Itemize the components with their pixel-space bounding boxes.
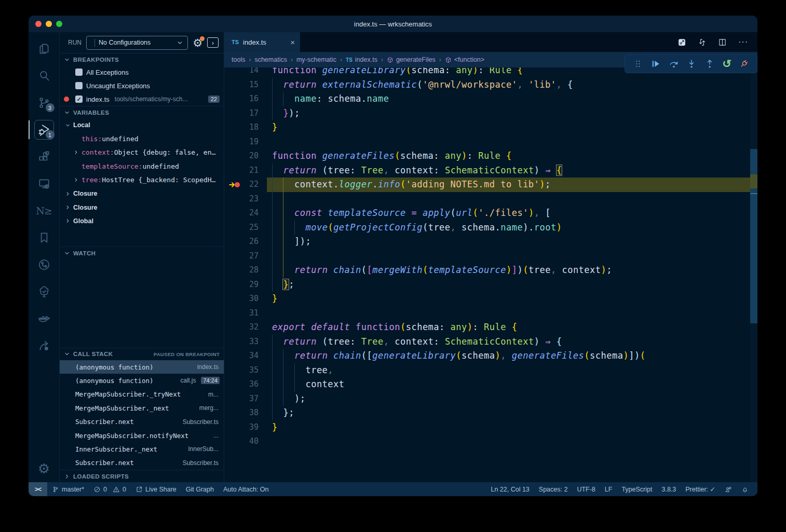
code-editor[interactable]: 14function generateLibrary(schema: any):… (224, 67, 757, 482)
chevron-right-icon[interactable] (73, 149, 79, 155)
breakpoint-row[interactable]: All Exceptions (60, 65, 224, 79)
breakpoint-checkbox[interactable]: ✓ (75, 96, 83, 103)
status-git-graph[interactable]: Git Graph (181, 482, 219, 496)
editor-scrollbar[interactable] (750, 67, 757, 482)
code-line[interactable]: 39} (224, 420, 750, 435)
code-line[interactable]: 36 context (224, 377, 750, 392)
chevron-down-icon[interactable] (65, 122, 71, 128)
call-stack-frame[interactable]: (anonymous function)call.js74:24 (60, 374, 224, 387)
status-cursor-position[interactable]: Ln 22, Col 13 (486, 486, 534, 493)
code-line[interactable]: 19 (224, 135, 750, 149)
code-line[interactable]: 25 move(getProjectConfig(tree, schema.na… (224, 221, 750, 235)
status-encoding[interactable]: UTF-8 (572, 486, 600, 493)
variable-row[interactable]: this: undefined (60, 132, 224, 145)
breakpoints-section-header[interactable]: BREAKPOINTS (60, 53, 224, 65)
code-line[interactable]: 15 return externalSchematic('@nrwl/works… (224, 78, 750, 92)
split-editor-icon[interactable] (718, 38, 727, 47)
chevron-right-icon[interactable] (65, 218, 71, 224)
continue-icon[interactable] (651, 59, 661, 69)
activity-bar-item-source-control[interactable]: 3 (29, 89, 60, 116)
code-line[interactable]: 18} (224, 120, 750, 135)
configure-gear-button[interactable]: ⚙ (193, 37, 202, 48)
breakpoint-row[interactable]: Uncaught Exceptions (60, 79, 224, 92)
activity-bar-item-nx-console[interactable]: N≥ (29, 197, 60, 224)
code-line[interactable]: 38 }; (224, 406, 750, 420)
call-stack-frame[interactable]: Subscriber.nextSubscriber.ts (60, 456, 224, 470)
status-feedback[interactable] (720, 486, 737, 493)
variable-row[interactable]: tree: HostTree {_backend: ScopedH… (60, 173, 224, 187)
status-live-share[interactable]: Live Share (131, 482, 181, 496)
activity-bar-item-remote-explorer[interactable] (29, 170, 60, 197)
activity-bar-item-manage[interactable]: ⚙ (29, 455, 60, 482)
code-line[interactable]: 17 }); (224, 106, 750, 121)
variable-row[interactable]: templateSource: undefined (60, 159, 224, 173)
code-line[interactable]: 35 tree, (224, 363, 750, 378)
open-changes-icon[interactable] (677, 38, 686, 47)
breadcrumb-item[interactable]: <function> (445, 56, 484, 63)
remote-indicator[interactable]: >< (29, 482, 47, 496)
more-actions-icon[interactable]: ··· (738, 37, 748, 47)
variables-section-header[interactable]: VARIABLES (60, 106, 224, 118)
tab-index-ts[interactable]: TS index.ts × (224, 32, 300, 52)
chevron-right-icon[interactable] (65, 191, 71, 197)
activity-bar-item-extensions[interactable] (29, 143, 60, 170)
breadcrumb-item[interactable]: TSindex.ts (346, 56, 377, 63)
step-into-icon[interactable] (686, 59, 697, 69)
step-out-icon[interactable] (704, 59, 715, 69)
variables-scope-row[interactable]: Local (60, 118, 224, 132)
activity-bar-item-live-share[interactable] (29, 332, 60, 359)
step-over-icon[interactable] (669, 59, 679, 69)
breakpoint-row[interactable]: ✓index.tstools/schematics/my-sch...22 (60, 92, 224, 106)
breadcrumb-item[interactable]: generateFiles (387, 56, 436, 63)
call-stack-section-header[interactable]: CALL STACK PAUSED ON BREAKPOINT (60, 348, 224, 360)
status-indentation[interactable]: Spaces: 2 (534, 486, 573, 493)
variable-row[interactable]: context: Object {debug: false, en… (60, 146, 224, 159)
restart-icon[interactable]: ↺ (722, 58, 731, 69)
breadcrumb-item[interactable]: schematics (254, 56, 287, 63)
activity-bar-item-todo-tree[interactable] (29, 278, 60, 305)
code-line[interactable]: 27 (224, 249, 750, 264)
code-line[interactable]: 40 (224, 434, 750, 449)
variables-scope-row[interactable]: Closure (60, 187, 224, 200)
chevron-right-icon[interactable] (73, 177, 79, 183)
disconnect-icon[interactable] (739, 59, 749, 69)
compare-changes-icon[interactable] (698, 38, 707, 47)
code-line[interactable]: 20function generateFiles(schema: any): R… (224, 149, 750, 163)
grip-icon[interactable] (633, 59, 643, 69)
chevron-right-icon[interactable] (65, 204, 71, 210)
code-line[interactable]: 32export default function(schema: any): … (224, 320, 750, 335)
watch-section-header[interactable]: WATCH (60, 247, 224, 259)
code-line[interactable]: 34 return chain([generateLibrary(schema)… (224, 349, 750, 363)
activity-bar-item-docker[interactable] (29, 305, 60, 332)
activity-bar-item-explorer[interactable] (29, 35, 60, 62)
status-ts-version[interactable]: 3.8.3 (657, 486, 681, 493)
status-notifications[interactable] (737, 486, 753, 493)
status-eol[interactable]: LF (600, 486, 617, 493)
call-stack-frame[interactable]: InnerSubscriber._nextInnerSub... (60, 442, 224, 456)
status-git-branch[interactable]: master* (47, 482, 89, 496)
code-line[interactable]: 28 return chain([mergeWith(templateSourc… (224, 263, 750, 278)
breadcrumb-item[interactable]: my-schematic (296, 56, 336, 63)
code-line[interactable]: 22 context.logger.info('adding NOTES.md … (224, 178, 750, 192)
activity-bar-item-bookmarks[interactable] (29, 224, 60, 251)
call-stack-frame[interactable]: MergeMapSubscriber.notifyNext... (60, 429, 224, 442)
variables-scope-row[interactable]: Closure (60, 200, 224, 214)
call-stack-frame[interactable]: (anonymous function)index.ts (60, 360, 224, 374)
status-auto-attach[interactable]: Auto Attach: On (219, 482, 274, 496)
code-line[interactable]: 29 }; (224, 278, 750, 292)
code-line[interactable]: 37 ); (224, 392, 750, 406)
launch-configuration-dropdown[interactable]: No Configurations (86, 36, 188, 50)
breakpoint-checkbox[interactable] (75, 82, 83, 89)
status-prettier[interactable]: Prettier: ✓ (681, 485, 720, 493)
code-line[interactable]: 24 const templateSource = apply(url('./f… (224, 206, 750, 221)
loaded-scripts-section-header[interactable]: LOADED SCRIPTS (60, 470, 224, 482)
status-problems[interactable]: 00 (89, 482, 131, 496)
code-line[interactable]: 26 ]); (224, 235, 750, 249)
status-language-mode[interactable]: TypeScript (617, 486, 657, 493)
code-line[interactable]: 30} (224, 292, 750, 306)
code-line[interactable]: 21 return (tree: Tree, context: Schemati… (224, 163, 750, 178)
breadcrumb-item[interactable]: tools (232, 56, 245, 63)
debug-console-button[interactable]: › (207, 37, 219, 48)
call-stack-frame[interactable]: Subscriber.nextSubscriber.ts (60, 415, 224, 428)
activity-bar-item-run-and-debug[interactable]: 1 (29, 116, 60, 143)
